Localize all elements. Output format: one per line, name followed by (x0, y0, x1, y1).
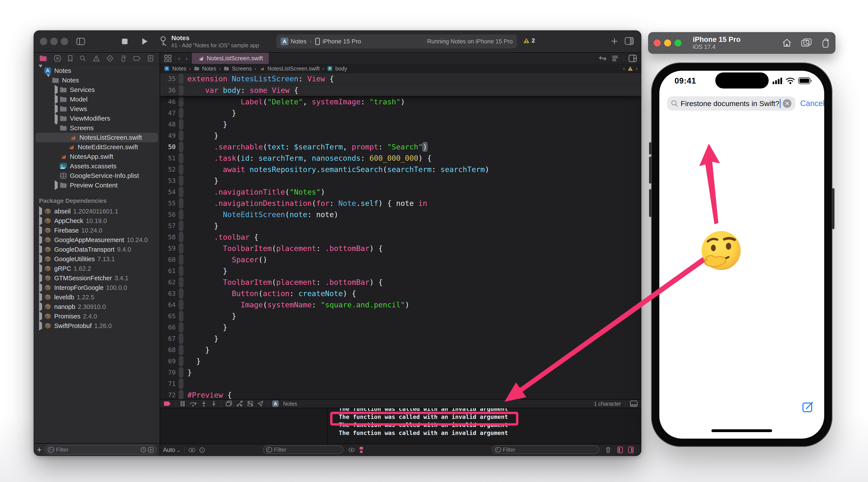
minimize-button[interactable] (50, 38, 58, 45)
fold-ribbon[interactable] (179, 356, 184, 367)
fold-ribbon[interactable] (179, 130, 184, 141)
tab-notesListScreen[interactable]: NotesListScreen.swift (192, 53, 269, 64)
code-line-56[interactable]: 56 NoteEditScreen(note: note) (160, 209, 641, 220)
code-line-65[interactable]: 65 } (160, 310, 641, 322)
fold-ribbon[interactable] (179, 311, 184, 322)
search-input[interactable]: Firestone documents in Swift? ✕ (667, 96, 795, 111)
disclosure-right-icon[interactable] (38, 256, 43, 262)
disclosure-right-icon[interactable] (53, 182, 59, 188)
breadcrumb-item[interactable]: NotesListScreen.swift (268, 65, 319, 72)
line-number[interactable]: 59 (160, 245, 179, 252)
cancel-button[interactable]: Cancel (800, 99, 824, 108)
fold-ribbon[interactable] (179, 73, 184, 84)
code-line-57[interactable]: 57 } (160, 220, 641, 232)
console-output[interactable]: The function was called with an invalid … (328, 408, 641, 444)
compose-note-button[interactable] (802, 401, 814, 413)
navigator-tab-tests-icon[interactable] (106, 55, 114, 62)
console-filter-field[interactable]: Filter (492, 445, 599, 454)
disclosure-down-icon[interactable] (38, 68, 43, 74)
package-item-nanopb[interactable]: nanopb2.30910.0 (34, 302, 160, 311)
line-number[interactable]: 66 (160, 324, 179, 331)
code-line-60[interactable]: 60 Spacer() (160, 254, 641, 265)
tree-item-model[interactable]: Model (34, 95, 160, 104)
line-number[interactable]: 53 (160, 177, 179, 184)
sim-zoom-button[interactable] (675, 39, 681, 47)
sim-minimize-button[interactable] (664, 39, 671, 47)
fold-ribbon[interactable] (179, 220, 184, 231)
code-line-61[interactable]: 61 } (160, 265, 641, 277)
fold-ribbon[interactable] (179, 209, 184, 220)
line-number[interactable]: 50 (160, 143, 179, 151)
line-number[interactable]: 54 (160, 188, 179, 195)
fold-ribbon[interactable] (179, 164, 184, 175)
disclosure-right-icon[interactable] (38, 275, 43, 281)
code-line-58[interactable]: 58 .toolbar { (160, 232, 641, 243)
disclosure-right-icon[interactable] (38, 294, 43, 300)
code-line-68[interactable]: 68 } (160, 344, 641, 356)
line-number[interactable]: 47 (160, 109, 179, 117)
line-number[interactable]: 36 (160, 87, 179, 94)
breadcrumb-item[interactable]: Notes (172, 65, 186, 72)
line-number[interactable]: 68 (160, 346, 179, 354)
fold-ribbon[interactable] (179, 198, 184, 209)
fold-ribbon[interactable] (179, 390, 184, 399)
fold-ribbon[interactable] (179, 277, 184, 288)
code-line-49[interactable]: 49 } (160, 130, 641, 141)
tree-item-noteslistscreen-swift[interactable]: NotesListScreen.swift (36, 133, 158, 142)
fold-ribbon[interactable] (179, 142, 184, 152)
navigator-filter-field[interactable]: Filter (45, 445, 157, 454)
editor-layout-icon[interactable] (625, 37, 634, 45)
fold-ribbon[interactable] (179, 378, 184, 389)
code-line-72[interactable]: 72#Preview { (160, 389, 641, 399)
code-line-62[interactable]: 62 ToolbarItem(placement: .bottomBar) { (160, 277, 641, 288)
code-line-52[interactable]: 52 await notesRepository.semanticSearch(… (160, 164, 641, 175)
line-number[interactable]: 72 (160, 391, 179, 399)
warnings-badge[interactable]: 2 (523, 37, 535, 44)
line-number[interactable]: 56 (160, 211, 179, 218)
code-line-53[interactable]: 53 } (160, 175, 641, 186)
tree-item-views[interactable]: Views (34, 104, 160, 114)
tree-item-assets-xcassets[interactable]: Assets.xcassets (34, 161, 160, 171)
disclosure-down-icon[interactable] (45, 77, 51, 83)
variables-filter-field[interactable]: Filter (263, 445, 343, 454)
disclosure-down-icon[interactable] (53, 125, 59, 131)
step-out-icon[interactable] (211, 401, 217, 407)
line-number[interactable]: 71 (160, 380, 179, 387)
search-query[interactable]: Firestone documents in Swift? (681, 99, 779, 108)
navigator-tab-reports-icon[interactable] (148, 55, 154, 62)
fold-ribbon[interactable] (179, 119, 184, 130)
back-button[interactable]: ‹ (178, 55, 180, 62)
package-item-googledatatransport[interactable]: GoogleDataTransport9.4.0 (34, 245, 160, 254)
fold-ribbon[interactable] (179, 254, 184, 265)
fold-ribbon[interactable] (179, 344, 184, 355)
line-number[interactable]: 69 (160, 358, 179, 365)
tree-item-notesapp-swift[interactable]: NotesApp.swift (34, 152, 160, 161)
line-number[interactable]: 48 (160, 121, 179, 128)
line-number[interactable]: 49 (160, 132, 179, 139)
tree-item-preview-content[interactable]: Preview Content (34, 180, 160, 190)
disclosure-right-icon[interactable] (53, 96, 59, 102)
fold-ribbon[interactable] (179, 96, 184, 107)
home-indicator[interactable] (711, 429, 772, 432)
code-line-51[interactable]: 51 .task(id: searchTerm, nanoseconds: 60… (160, 152, 641, 164)
prev-issue-icon[interactable]: ‹ (623, 65, 625, 72)
simulate-location-icon[interactable] (258, 401, 263, 407)
variables-view-mode[interactable]: Auto ⌄ (163, 447, 181, 453)
line-number[interactable]: 57 (160, 222, 179, 230)
code-line-66[interactable]: 66 } (160, 322, 641, 333)
package-item-leveldb[interactable]: leveldb1.22.5 (34, 293, 160, 302)
console-eye-icon[interactable] (348, 447, 355, 452)
code-line-69[interactable]: 69 } (160, 356, 641, 367)
screenshot-icon[interactable] (801, 38, 812, 48)
tree-item-googleservice-info-plist[interactable]: GoogleService-Info.plist (34, 171, 160, 180)
tree-item-notes[interactable]: Notes (34, 66, 160, 76)
scheme-name[interactable]: Notes (291, 38, 307, 45)
line-number[interactable]: 64 (160, 301, 179, 308)
package-item-firebase[interactable]: Firebase10.24.0 (34, 225, 160, 235)
fold-ribbon[interactable] (179, 108, 184, 118)
variables-view[interactable] (160, 408, 328, 444)
code-line-67[interactable]: 67 } (160, 333, 641, 344)
sim-close-button[interactable] (654, 39, 661, 47)
related-items-icon[interactable] (164, 55, 172, 62)
line-number[interactable]: 65 (160, 312, 179, 320)
